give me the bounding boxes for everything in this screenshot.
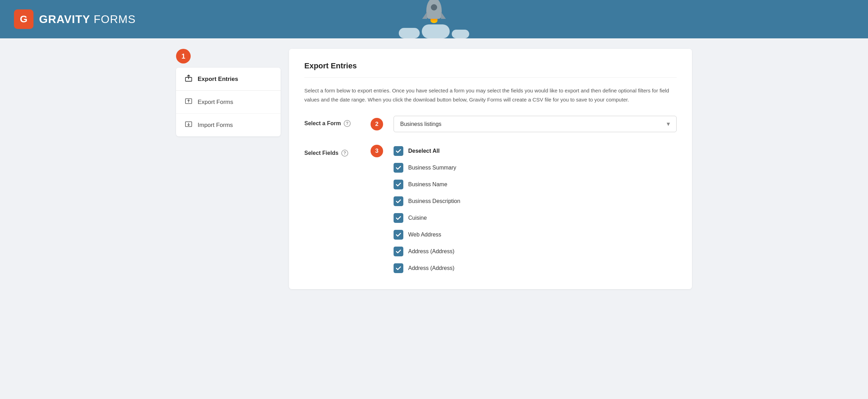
rocket-window bbox=[431, 4, 437, 10]
checkbox-deselect-all[interactable] bbox=[394, 146, 403, 156]
select-fields-help-icon[interactable]: ? bbox=[341, 150, 348, 157]
field-label-business-description: Business Description bbox=[408, 198, 460, 204]
logo-icon: G bbox=[14, 9, 33, 29]
import-forms-icon bbox=[184, 121, 193, 129]
rocket-fin-left bbox=[422, 12, 427, 19]
export-forms-icon bbox=[184, 98, 193, 106]
field-item-web-address[interactable]: Web Address bbox=[394, 226, 677, 243]
export-entries-icon bbox=[184, 75, 193, 83]
checkbox-business-name[interactable] bbox=[394, 180, 403, 189]
sidebar-item-export-forms[interactable]: Export Forms bbox=[176, 91, 281, 114]
field-item-cuisine[interactable]: Cuisine bbox=[394, 210, 677, 226]
sidebar-item-import-forms-label: Import Forms bbox=[198, 122, 233, 129]
cloud-right bbox=[452, 30, 469, 38]
checkbox-cuisine[interactable] bbox=[394, 213, 403, 223]
step-badge-3: 3 bbox=[371, 145, 383, 157]
rocket-flame bbox=[431, 18, 437, 23]
select-form-label: Select a Form ? bbox=[304, 116, 360, 127]
checkbox-address-1[interactable] bbox=[394, 247, 403, 256]
select-form-row: Select a Form ? 2 Business listings ▼ bbox=[304, 116, 677, 132]
field-label-address-2: Address (Address) bbox=[408, 265, 455, 271]
logo: G GRAVITY FORMS bbox=[14, 9, 136, 29]
field-label-address-1: Address (Address) bbox=[408, 248, 455, 255]
checkbox-address-2[interactable] bbox=[394, 263, 403, 273]
sidebar-menu: Export Entries Export Forms bbox=[176, 68, 281, 136]
field-label-cuisine: Cuisine bbox=[408, 215, 427, 221]
form-select[interactable]: Business listings bbox=[394, 116, 677, 132]
field-item-business-summary[interactable]: Business Summary bbox=[394, 159, 677, 176]
field-label-deselect-all: Deselect All bbox=[408, 148, 440, 154]
main-content: 1 Export Entries bbox=[162, 38, 706, 300]
fields-list: Deselect All Business Summary Business N… bbox=[394, 143, 677, 277]
field-item-business-description[interactable]: Business Description bbox=[394, 193, 677, 210]
field-item-business-name[interactable]: Business Name bbox=[394, 176, 677, 193]
page-title: Export Entries bbox=[304, 61, 677, 78]
step-badge-1: 1 bbox=[176, 49, 191, 63]
field-label-web-address: Web Address bbox=[408, 232, 441, 238]
sidebar-item-import-forms[interactable]: Import Forms bbox=[176, 114, 281, 136]
cloud-center bbox=[422, 24, 450, 38]
select-fields-section: Select Fields ? 3 Deselect All Business … bbox=[304, 143, 677, 277]
step-badge-2: 2 bbox=[371, 118, 383, 130]
sidebar-item-export-entries[interactable]: Export Entries bbox=[176, 68, 281, 91]
field-item-address-2[interactable]: Address (Address) bbox=[394, 260, 677, 277]
sidebar: 1 Export Entries bbox=[176, 49, 281, 289]
select-fields-label: Select Fields ? bbox=[304, 145, 360, 157]
sidebar-item-export-forms-label: Export Forms bbox=[198, 99, 233, 106]
field-label-business-summary: Business Summary bbox=[408, 165, 456, 171]
app-header: G GRAVITY FORMS bbox=[0, 0, 868, 38]
logo-text: GRAVITY FORMS bbox=[39, 13, 136, 26]
field-item-address-1[interactable]: Address (Address) bbox=[394, 243, 677, 260]
rocket-decoration bbox=[399, 0, 469, 38]
checkbox-business-summary[interactable] bbox=[394, 163, 403, 173]
field-label-business-name: Business Name bbox=[408, 181, 447, 188]
checkbox-web-address[interactable] bbox=[394, 230, 403, 240]
field-item-deselect-all[interactable]: Deselect All bbox=[394, 143, 677, 159]
checkbox-business-description[interactable] bbox=[394, 196, 403, 206]
form-select-wrapper: Business listings ▼ bbox=[394, 116, 677, 132]
rocket-fin-right bbox=[441, 12, 446, 19]
fields-label-col: Select Fields ? bbox=[304, 143, 360, 157]
cloud-group bbox=[399, 24, 469, 38]
content-area: Export Entries Select a form below to ex… bbox=[289, 49, 692, 289]
sidebar-item-export-entries-label: Export Entries bbox=[198, 76, 238, 83]
select-form-help-icon[interactable]: ? bbox=[344, 120, 351, 127]
cloud-left bbox=[399, 28, 420, 38]
rocket-body bbox=[426, 0, 442, 19]
description-text: Select a form below to export entries. O… bbox=[304, 86, 677, 104]
